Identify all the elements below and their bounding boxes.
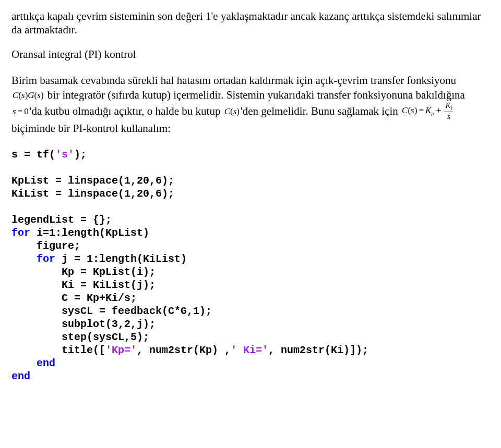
- code-line-15: step(sysCL,5);: [11, 331, 149, 343]
- body-text-c: 'da kutbu olmadığı açıktır, o halde bu k…: [30, 105, 223, 117]
- body-text-d: 'den gelmelidir. Bunu sağlamak için: [241, 105, 401, 117]
- code-line-4: KiList = linspace(1,20,6);: [11, 188, 174, 200]
- paragraph-intro: arttıkça kapalı çevrim sisteminin son de…: [11, 9, 490, 37]
- code-line-8: figure;: [11, 240, 80, 252]
- code-line-11: Ki = KiList(j);: [11, 279, 156, 291]
- paragraph-body: Birim basamak cevabında sürekli hal hata…: [11, 72, 490, 136]
- section-heading: Oransal integral (PI) kontrol: [11, 47, 490, 61]
- code-block: s = tf('s'); KpList = linspace(1,20,6); …: [11, 148, 490, 383]
- body-text-a: Birim basamak cevabında sürekli hal hata…: [11, 74, 456, 87]
- code-line-18: end: [11, 370, 30, 382]
- math-csgs: C(s)G(s): [11, 90, 45, 100]
- code-line-13: sysCL = feedback(C*G,1);: [11, 305, 212, 317]
- code-line-10: Kp = KpList(i);: [11, 266, 156, 278]
- code-line-7: for i=1:length(KpList): [11, 227, 149, 239]
- code-line-3: KpList = linspace(1,20,6);: [11, 175, 174, 187]
- body-text-e: biçiminde bir PI-kontrol kullanalım:: [11, 122, 171, 135]
- code-line-14: subplot(3,2,j);: [11, 318, 156, 330]
- code-line-1: s = tf('s');: [11, 149, 87, 161]
- code-line-6: legendList = {};: [11, 214, 112, 226]
- math-cs: C(s): [223, 106, 241, 116]
- code-line-16: title(['Kp=', num2str(Kp) ,' Ki=', num2s…: [11, 344, 368, 356]
- body-text-b: bir integratör (sıfırda kutup) içermelid…: [45, 89, 465, 101]
- code-line-9: for j = 1:length(KiList): [11, 253, 187, 265]
- math-s-eq-0: s=0: [11, 106, 30, 116]
- math-cdef: C(s)=Kp+Kis: [401, 105, 455, 115]
- code-line-17: end: [11, 357, 55, 369]
- code-line-12: C = Kp+Ki/s;: [11, 292, 137, 304]
